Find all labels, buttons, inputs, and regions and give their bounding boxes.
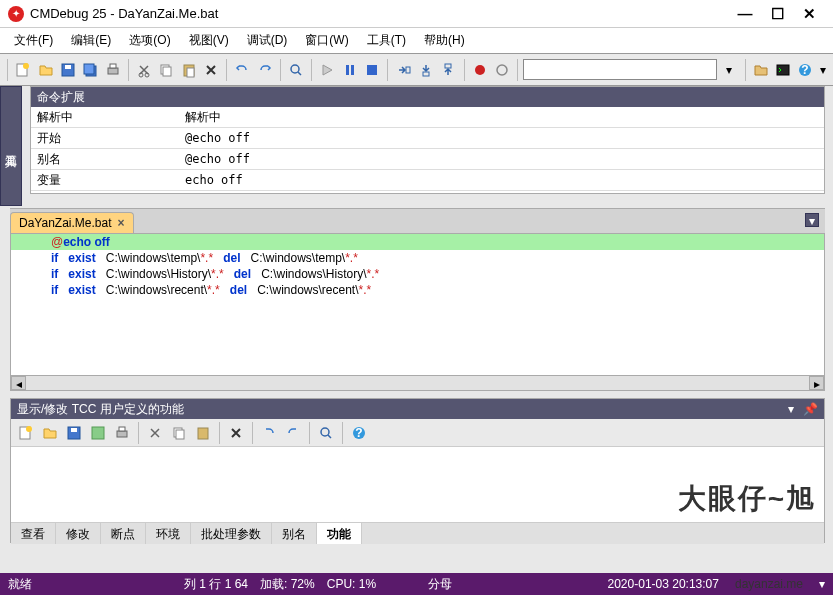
find-icon[interactable] (286, 59, 306, 81)
svg-point-1 (23, 63, 29, 69)
console-icon[interactable] (773, 59, 793, 81)
menu-help[interactable]: 帮助(H) (416, 29, 473, 52)
save-icon[interactable] (63, 422, 85, 444)
step-into-icon[interactable] (416, 59, 436, 81)
functions-tab-bar: 查看 修改 断点 环境 批处理参数 别名 功能 (11, 522, 824, 544)
svg-rect-3 (65, 65, 71, 69)
status-dropdown-icon[interactable]: ▾ (819, 577, 825, 591)
tabbar-dropdown-icon[interactable]: ▾ (805, 213, 819, 227)
code-line: if exist C:\windows\temp\*.* del C:\wind… (11, 250, 824, 266)
tab-env[interactable]: 环境 (146, 523, 191, 544)
copy-icon[interactable] (168, 422, 190, 444)
cmd-row[interactable]: 开始@echo off (31, 128, 824, 149)
svg-rect-16 (351, 65, 354, 75)
svg-rect-32 (119, 427, 125, 431)
open-folder-icon[interactable] (35, 59, 55, 81)
print-icon[interactable] (102, 59, 122, 81)
status-cpu: CPU: 1% (327, 577, 376, 591)
minimize-button[interactable]: — (729, 5, 761, 22)
find-icon[interactable] (315, 422, 337, 444)
menu-window[interactable]: 窗口(W) (297, 29, 356, 52)
file-tab-bar: DaYanZai.Me.bat × ▾ (10, 208, 825, 233)
print-icon[interactable] (111, 422, 133, 444)
tab-batch-params[interactable]: 批处理参数 (191, 523, 272, 544)
run-icon[interactable] (317, 59, 337, 81)
tab-alias[interactable]: 别名 (272, 523, 317, 544)
app-icon: ✦ (8, 6, 24, 22)
save-all-icon[interactable] (80, 59, 100, 81)
statusbar: 就绪 列 1 行 1 64 加载: 72% CPU: 1% 分母 2020-01… (0, 573, 833, 595)
help-icon[interactable]: ? (795, 59, 815, 81)
folder-open2-icon[interactable] (750, 59, 770, 81)
copy-icon[interactable] (156, 59, 176, 81)
tab-view[interactable]: 查看 (11, 523, 56, 544)
step-out-icon[interactable] (438, 59, 458, 81)
new-file-icon[interactable] (15, 422, 37, 444)
cut-icon[interactable] (134, 59, 154, 81)
help-icon[interactable]: ? (348, 422, 370, 444)
watermark-text: 大眼仔~旭 (678, 480, 816, 518)
pause-icon[interactable] (340, 59, 360, 81)
stop-icon[interactable] (362, 59, 382, 81)
close-button[interactable]: ✕ (793, 5, 825, 23)
open-folder-icon[interactable] (39, 422, 61, 444)
menu-edit[interactable]: 编辑(E) (63, 29, 119, 52)
svg-rect-23 (777, 65, 789, 75)
file-tab-active[interactable]: DaYanZai.Me.bat × (10, 212, 134, 233)
new-file-icon[interactable] (13, 59, 33, 81)
code-editor[interactable]: @echo off if exist C:\windows\temp\*.* d… (10, 233, 825, 388)
help-dropdown-icon[interactable]: ▾ (818, 59, 829, 81)
command-expand-panel: 命令扩展 解析中解析中 开始@echo off 别名@echo off 变量ec… (30, 86, 825, 194)
delete-icon[interactable] (225, 422, 247, 444)
cmd-row[interactable]: 别名@echo off (31, 149, 824, 170)
toolbar-search-input[interactable] (523, 59, 717, 80)
menu-options[interactable]: 选项(O) (121, 29, 178, 52)
save-icon[interactable] (58, 59, 78, 81)
svg-rect-31 (117, 431, 127, 437)
redo-icon[interactable] (255, 59, 275, 81)
scroll-right-icon[interactable]: ▸ (809, 376, 824, 390)
paste-icon[interactable] (192, 422, 214, 444)
delete-icon[interactable] (201, 59, 221, 81)
tab-close-icon[interactable]: × (118, 216, 125, 230)
svg-rect-20 (445, 64, 451, 68)
svg-text:?: ? (802, 63, 809, 77)
tab-modify[interactable]: 修改 (56, 523, 101, 544)
undo-icon[interactable] (232, 59, 252, 81)
export-icon[interactable] (87, 422, 109, 444)
scroll-left-icon[interactable]: ◂ (11, 376, 26, 390)
menu-debug[interactable]: 调试(D) (239, 29, 296, 52)
functions-body[interactable]: 大眼仔~旭 (11, 447, 824, 522)
editor-scrollbar[interactable]: ◂ ▸ (10, 375, 825, 391)
status-position: 列 1 行 1 64 (184, 576, 248, 593)
record-icon[interactable] (469, 59, 489, 81)
svg-rect-34 (176, 430, 184, 439)
toolbox-sidebar[interactable]: 工具箱 (0, 86, 22, 206)
panel-dropdown-icon[interactable]: ▾ (788, 402, 794, 416)
cut-icon[interactable] (144, 422, 166, 444)
cmd-row[interactable]: 变量echo off (31, 170, 824, 191)
menu-tools[interactable]: 工具(T) (359, 29, 414, 52)
titlebar: ✦ CMDebug 25 - DaYanZai.Me.bat — ☐ ✕ (0, 0, 833, 28)
svg-rect-18 (406, 67, 410, 73)
code-line: @echo off (11, 234, 824, 250)
window-title: CMDebug 25 - DaYanZai.Me.bat (30, 6, 729, 21)
paste-icon[interactable] (179, 59, 199, 81)
menu-view[interactable]: 视图(V) (181, 29, 237, 52)
record-outline-icon[interactable] (492, 59, 512, 81)
svg-rect-30 (92, 427, 104, 439)
maximize-button[interactable]: ☐ (761, 5, 793, 23)
tab-breakpoint[interactable]: 断点 (101, 523, 146, 544)
svg-point-27 (26, 426, 32, 432)
redo-icon[interactable] (282, 422, 304, 444)
menu-file[interactable]: 文件(F) (6, 29, 61, 52)
undo-icon[interactable] (258, 422, 280, 444)
status-ready: 就绪 (8, 576, 32, 593)
cmd-row[interactable]: 解析中解析中 (31, 107, 824, 128)
pin-icon[interactable]: 📌 (803, 402, 818, 416)
tab-functions[interactable]: 功能 (317, 523, 362, 544)
file-tab-label: DaYanZai.Me.bat (19, 216, 112, 230)
toolbar-dropdown-icon[interactable]: ▾ (719, 59, 739, 81)
svg-rect-5 (84, 64, 94, 74)
step-over-icon[interactable] (393, 59, 413, 81)
